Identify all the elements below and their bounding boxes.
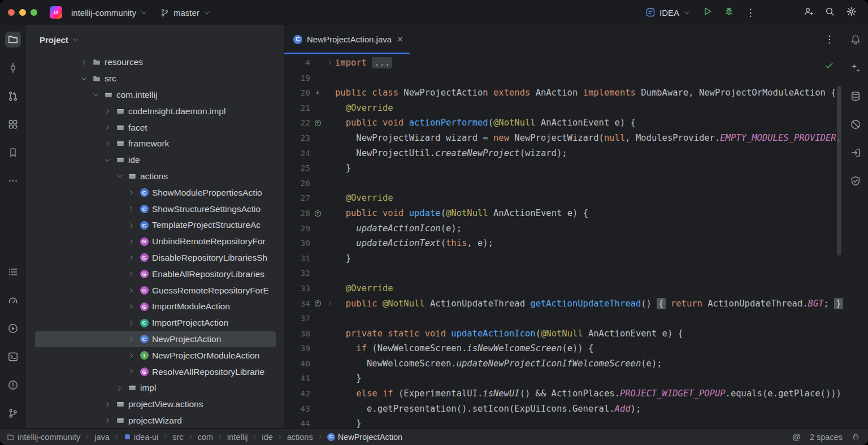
tree-item-newprojectaction[interactable]: CNewProjectAction	[35, 331, 276, 348]
chevron-down-icon[interactable]	[115, 172, 124, 181]
chevron-down-icon[interactable]	[103, 155, 112, 165]
code-line-34[interactable]: 34 public @NotNull ActionUpdateThread ge…	[284, 296, 843, 312]
search-everywhere-button[interactable]	[821, 3, 839, 21]
code-line-31[interactable]: 31 }	[284, 251, 843, 266]
code-line-19[interactable]: 19	[284, 71, 843, 86]
overrides-gutter-icon[interactable]	[310, 115, 325, 131]
project-panel-header[interactable]: Project	[26, 25, 284, 54]
code-line-37[interactable]: 37	[284, 311, 843, 326]
no-entry-tool-button[interactable]	[848, 116, 863, 132]
tree-item-resources[interactable]: resources	[35, 54, 276, 71]
fold-chevron-icon[interactable]	[325, 55, 335, 71]
tree-item-showmodulepropertiesactio[interactable]: CShowModulePropertiesActio	[35, 184, 276, 201]
tree-item-templateprojectstructureac[interactable]: CTemplateProjectStructureAc	[35, 217, 276, 234]
code-line-23[interactable]: 23 NewProjectWizard wizard = new NewProj…	[284, 131, 843, 146]
chevron-right-icon[interactable]	[127, 302, 136, 311]
breadcrumb-intellij-community[interactable]: intellij-community	[7, 433, 80, 442]
line-number[interactable]: 28	[284, 206, 310, 221]
tree-item-framework[interactable]: framework	[35, 136, 276, 152]
code-line-21[interactable]: 21 @Override	[284, 101, 843, 116]
breadcrumb-intellij[interactable]: intellij	[227, 433, 248, 442]
chevron-right-icon[interactable]	[127, 318, 136, 327]
implementations-gutter-icon[interactable]	[310, 85, 325, 101]
chevron-right-icon[interactable]	[127, 335, 136, 344]
line-number[interactable]: 21	[284, 101, 310, 116]
code-line-39[interactable]: 39 if (NewWelcomeScreen.isNewWelcomeScre…	[284, 341, 843, 356]
code-line-40[interactable]: 40 NewWelcomeScreen.updateNewProjectIcon…	[284, 356, 843, 371]
line-number[interactable]: 30	[284, 236, 310, 251]
breadcrumb-idea-ui[interactable]: idea-ui	[124, 433, 159, 442]
chevron-right-icon[interactable]	[127, 368, 136, 377]
bookmarks-tool-button[interactable]	[5, 145, 21, 161]
code-line-32[interactable]: 32	[284, 266, 843, 281]
code-line-33[interactable]: 33 @Override	[284, 281, 843, 296]
code-line-25[interactable]: 25 }	[284, 161, 843, 176]
line-number[interactable]: 40	[284, 356, 310, 371]
version-control-tool-button[interactable]	[5, 405, 21, 421]
tree-item-resolveallrepositorylibrarie[interactable]: GResolveAllRepositoryLibrarie	[35, 364, 276, 380]
code-editor[interactable]: 4import ...1920public class NewProjectAc…	[284, 54, 843, 428]
project-widget[interactable]: intellij-community	[67, 5, 152, 20]
line-number[interactable]: 31	[284, 251, 310, 266]
close-tab-icon[interactable]: ×	[397, 34, 403, 45]
code-line-20[interactable]: 20public class NewProjectAction extends …	[284, 85, 843, 101]
tree-item-enableallrepositorylibraries[interactable]: GEnableAllRepositoryLibraries	[35, 266, 276, 282]
chevron-right-icon[interactable]	[127, 270, 136, 279]
line-number[interactable]: 22	[284, 115, 310, 131]
code-line-42[interactable]: 42 else if (ExperimentalUI.isNewUI() && …	[284, 386, 843, 401]
code-line-28[interactable]: 28 public void update(@NotNull AnActionE…	[284, 206, 843, 221]
tree-item-guessremoterepositoryfore[interactable]: GGuessRemoteRepositoryForE	[35, 282, 276, 299]
line-number[interactable]: 32	[284, 266, 310, 281]
tree-item-importprojectaction[interactable]: CImportProjectAction	[35, 315, 276, 331]
problems-tool-button[interactable]	[5, 377, 21, 393]
code-line-27[interactable]: 27 @Override	[284, 191, 843, 206]
at-sign-icon[interactable]: @	[792, 432, 801, 442]
line-number[interactable]: 38	[284, 326, 310, 342]
overrides-gutter-icon[interactable]	[310, 206, 325, 221]
breadcrumb-src[interactable]: src	[172, 433, 183, 442]
ai-assistant-tool-button[interactable]	[848, 60, 863, 76]
tree-item-newprojectormoduleaction[interactable]: INewProjectOrModuleAction	[35, 347, 276, 364]
chevron-right-icon[interactable]	[127, 286, 136, 295]
line-number[interactable]: 26	[284, 176, 310, 191]
breadcrumb-actions[interactable]: actions	[287, 433, 313, 442]
line-number[interactable]: 44	[284, 416, 310, 428]
fold-chevron-icon[interactable]	[325, 296, 335, 312]
run-configuration-widget[interactable]: IDEA	[641, 5, 695, 20]
branch-widget[interactable]: master	[155, 5, 215, 20]
code-line-29[interactable]: 29 updateActionIcon(e);	[284, 221, 843, 236]
tree-item-actions[interactable]: actions	[35, 169, 276, 185]
line-number[interactable]: 33	[284, 281, 310, 296]
overrides-gutter-icon[interactable]	[310, 296, 325, 312]
chevron-right-icon[interactable]	[127, 221, 136, 230]
tab-newprojectaction-java[interactable]: C NewProjectAction.java ×	[284, 25, 410, 54]
line-number[interactable]: 4	[284, 55, 310, 71]
settings-button[interactable]	[842, 3, 860, 21]
breadcrumb-java[interactable]: java	[94, 433, 110, 442]
chevron-right-icon[interactable]	[103, 123, 112, 132]
tree-item-facet[interactable]: facet	[35, 119, 276, 136]
editor-scrollbar[interactable]	[837, 86, 841, 256]
code-line-44[interactable]: 44 }	[284, 416, 843, 428]
line-number[interactable]: 25	[284, 161, 310, 176]
line-number[interactable]: 39	[284, 341, 310, 356]
tree-item-showstructuresettingsactio[interactable]: CShowStructureSettingsActio	[35, 201, 276, 217]
tree-item-disablerepositorylibrariessh[interactable]: GDisableRepositoryLibrariesSh	[35, 250, 276, 266]
chevron-right-icon[interactable]	[79, 58, 89, 67]
tree-item-src[interactable]: src	[35, 71, 276, 87]
database-tool-button[interactable]	[848, 88, 863, 104]
line-number[interactable]: 34	[284, 296, 310, 312]
line-number[interactable]: 24	[284, 146, 310, 161]
tree-item-com-intellij[interactable]: com.intellij	[35, 87, 276, 103]
lock-icon[interactable]	[852, 432, 860, 442]
sign-in-tool-button[interactable]	[848, 145, 863, 161]
zoom-window-button[interactable]	[31, 9, 37, 16]
tree-item-ide[interactable]: ide	[35, 152, 276, 169]
run-button[interactable]	[698, 3, 717, 21]
chevron-right-icon[interactable]	[103, 400, 112, 409]
debug-button[interactable]	[720, 3, 738, 21]
code-line-38[interactable]: 38 private static void updateActionIcon(…	[284, 326, 843, 342]
indent-widget[interactable]: 2 spaces	[810, 433, 843, 442]
structure-tool-button[interactable]	[5, 116, 21, 132]
chevron-down-icon[interactable]	[79, 74, 89, 83]
